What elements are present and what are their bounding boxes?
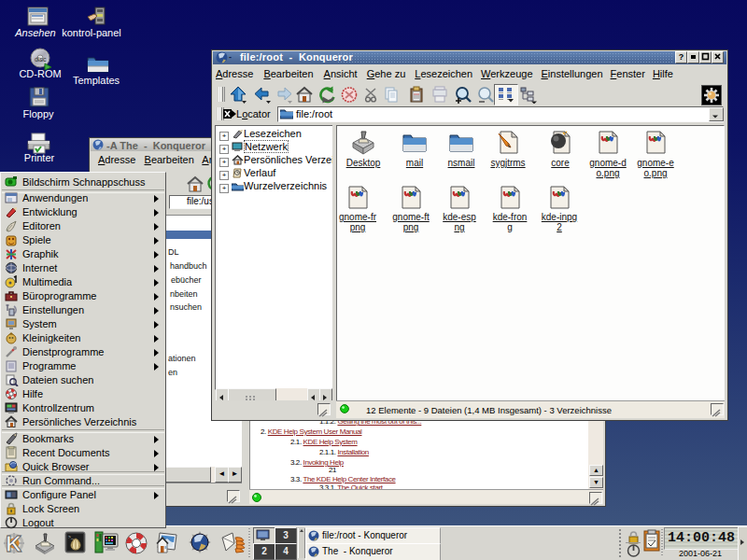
svg-text:>_: >_ (68, 534, 74, 539)
svg-text:K: K (6, 531, 22, 556)
svg-text:disc: disc (35, 56, 47, 63)
